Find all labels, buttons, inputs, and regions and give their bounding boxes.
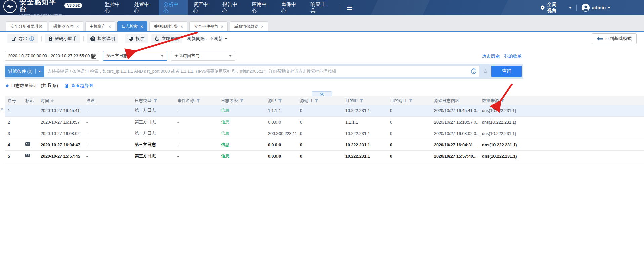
column-header[interactable]: 数据来源 <box>479 96 529 105</box>
nav-item[interactable]: 应用中心 <box>247 0 276 15</box>
user-menu[interactable]: admin <box>582 4 610 12</box>
cell-src_ip: 200.200.223.112 <box>265 128 297 139</box>
cell-log_type: 第三方日志 <box>132 151 175 162</box>
cast-screen-button[interactable]: 投屏 <box>125 34 148 43</box>
scope-label: 全局视角 <box>547 2 560 14</box>
tab[interactable]: 威胁情报总览× <box>230 21 268 31</box>
expand-side-panel-icon[interactable]: » <box>1 106 3 112</box>
log-search-page: 安全感知平台 V3.0.52 Security Intelligence Pla… <box>0 0 644 274</box>
table-row[interactable]: 32020-10-27 16:08:02-第三方日志-信息200.200.223… <box>5 128 644 139</box>
nav-item[interactable]: 资产中心 <box>188 0 217 15</box>
tab[interactable]: 日志检索× <box>117 21 147 31</box>
cell-event_name: - <box>175 128 218 139</box>
collapse-panel-handle[interactable] <box>312 91 332 97</box>
filter-funnel-icon[interactable] <box>240 99 244 103</box>
search-help-button[interactable]: ? 检索说明 <box>87 34 118 43</box>
decode-helper-button[interactable]: 解码小助手 <box>45 34 80 43</box>
tab-close-icon[interactable]: × <box>221 24 223 29</box>
cell-time: 2020-10-27 16:08:02 <box>38 128 84 139</box>
filter-bar: 过滤条件 (0) ? ☆ 查询 <box>5 64 523 79</box>
filter-conditions-button[interactable]: 过滤条件 (0) <box>5 66 44 77</box>
table-row[interactable]: 52020-10-27 15:57:45-第三方日志-信息0.0.0.0010.… <box>5 151 644 162</box>
column-header[interactable]: 标记 <box>23 96 38 105</box>
filter-funnel-icon[interactable] <box>196 99 200 103</box>
refresh-now-button[interactable]: 立即刷新 <box>151 34 182 43</box>
tab-close-icon[interactable]: × <box>109 24 111 29</box>
filter-funnel-icon[interactable] <box>154 99 157 103</box>
cell-event_name: - <box>175 117 218 128</box>
cell-raw: 2020/10/27 15:57:40... <box>431 151 479 162</box>
column-header[interactable]: 日志类型 <box>132 96 175 105</box>
view-trend-link[interactable]: 查看趋势图 <box>64 83 93 89</box>
favorite-star-icon[interactable]: ☆ <box>483 68 488 74</box>
tab-close-icon[interactable]: × <box>261 24 264 29</box>
cell-log_type: 第三方日志 <box>132 117 175 128</box>
tab-close-icon[interactable]: × <box>181 24 183 29</box>
cell-level: 信息 <box>218 139 265 151</box>
cell-desc: - <box>84 151 132 162</box>
menu-hamburger-icon[interactable] <box>347 6 352 10</box>
log-type-select[interactable]: 第三方日志 <box>103 51 167 61</box>
filter-funnel-icon[interactable] <box>409 99 413 103</box>
tab[interactable]: 采集器管理× <box>49 21 83 31</box>
cell-mark <box>23 151 38 162</box>
export-button[interactable]: 导出 <box>7 34 38 43</box>
input-help-icon[interactable]: ? <box>471 68 476 74</box>
search-query-input[interactable] <box>44 66 479 77</box>
tab-close-icon[interactable]: × <box>76 24 79 29</box>
column-header[interactable]: 目的IP <box>343 96 387 105</box>
column-header[interactable]: 日志等级 <box>218 96 265 105</box>
product-name: 安全感知平台 <box>19 0 61 12</box>
tab[interactable]: 安全分析引擎升级 <box>6 21 47 31</box>
cell-event_name: - <box>175 105 218 117</box>
cell-log_type: 第三方日志 <box>132 128 175 139</box>
tab[interactable]: 关联规则告警× <box>149 21 188 31</box>
cell-level: 信息 <box>218 151 265 162</box>
tab[interactable]: 主机资产× <box>85 21 116 31</box>
history-search-link[interactable]: 历史搜索 <box>482 53 500 59</box>
filter-funnel-icon[interactable] <box>501 99 505 103</box>
cell-dst_ip: 10.222.231.1 <box>343 128 387 139</box>
column-header[interactable]: 源端口 <box>297 96 343 105</box>
back-to-basic-button[interactable]: 回到基础模式 <box>592 33 637 44</box>
table-row[interactable]: 42020-10-27 16:04:47-第三方日志-信息0.0.0.0010.… <box>5 139 644 151</box>
cell-raw: 2020/10/27 16:08:02 0... <box>431 128 479 139</box>
cell-desc: - <box>84 139 132 151</box>
favorites-link[interactable]: 我的收藏 <box>504 53 522 59</box>
nav-item[interactable]: 处置中心 <box>129 0 159 15</box>
sort-icon[interactable] <box>51 99 54 102</box>
cell-event_name: - <box>175 139 218 151</box>
cell-mark <box>23 139 38 151</box>
nav-item[interactable]: 重保中心 <box>276 0 305 15</box>
screen-cast-icon <box>129 36 134 41</box>
scope-selector[interactable]: 全局视角 <box>541 2 572 14</box>
tab[interactable]: 安全事件视角× <box>189 21 228 31</box>
table-row[interactable]: 22020-10-27 16:10:57-第三方日志-信息0.0.0.001.1… <box>5 117 644 128</box>
filter-funnel-icon[interactable] <box>278 99 282 103</box>
direction-select[interactable]: 全部访问方向 <box>171 51 235 61</box>
cell-src_port: 0 <box>297 117 343 128</box>
cell-time: 2020-10-27 16:45:41 <box>38 105 84 117</box>
nav-item[interactable]: 分析中心 <box>159 0 188 15</box>
table-row[interactable]: 12020-10-27 16:45:41-第三方日志-信息1.1.1.1010.… <box>5 105 644 117</box>
column-header[interactable]: 目的端口 <box>387 96 431 105</box>
tab-close-icon[interactable]: × <box>140 24 143 29</box>
log-table: 序号标记时间描述日志类型事件名称日志等级源IP源端口目的IP目的端口原始日志内容… <box>5 96 644 162</box>
column-header[interactable]: 事件名称 <box>175 96 218 105</box>
date-range-input[interactable]: 2020-10-27 00:00:00 - 2020-10-27 23:55:0… <box>5 51 99 61</box>
cell-desc: - <box>84 105 132 117</box>
refresh-interval-dropdown[interactable]: 刷新间隔：不刷新 <box>187 36 227 42</box>
nav-item[interactable]: 响应工具 <box>305 0 335 15</box>
filter-funnel-icon[interactable] <box>315 99 318 103</box>
info-icon[interactable] <box>29 36 34 41</box>
filter-funnel-icon[interactable] <box>360 99 363 103</box>
query-button[interactable]: 查询 <box>491 66 522 77</box>
product-subtitle: Security Intelligence Platform <box>19 14 82 17</box>
refresh-icon <box>155 36 160 41</box>
diamond-bullet-icon <box>6 84 9 87</box>
nav-item[interactable]: 监控中心 <box>100 0 129 15</box>
column-header[interactable]: 时间 <box>38 96 84 105</box>
column-header[interactable]: 源IP <box>265 96 297 105</box>
nav-item[interactable]: 报告中心 <box>217 0 247 15</box>
cell-dst_ip: 10.222.231.1 <box>343 139 387 151</box>
